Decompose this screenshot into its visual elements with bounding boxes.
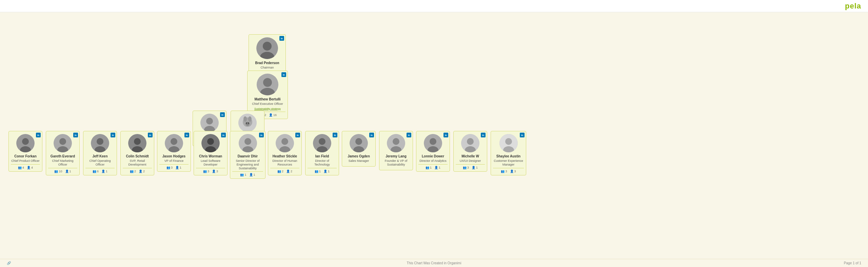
linkedin-icon[interactable]: in xyxy=(369,133,374,137)
title-gareth: Chief Marketing Officer xyxy=(48,159,77,167)
node-james[interactable]: in James Ogden Sales Manager xyxy=(342,131,376,167)
linkedin-icon[interactable]: in xyxy=(279,36,284,41)
svg-point-50 xyxy=(171,138,177,145)
avatar-james xyxy=(350,134,368,152)
linkedin-icon[interactable]: in xyxy=(220,112,225,117)
linkedin-icon[interactable]: in xyxy=(259,133,264,137)
svg-point-32 xyxy=(243,116,247,122)
name-lonnie: Lonnie Dower xyxy=(418,154,448,158)
chart-area: in Brad Pederson Chairman 👥53 👤1 in Matt… xyxy=(0,12,868,33)
footer-credit: This Chart Was Created in Organimi xyxy=(407,261,461,265)
header: pela xyxy=(0,0,868,12)
avatar-alyssa xyxy=(200,114,219,132)
linkedin-icon[interactable]: in xyxy=(184,133,189,137)
avatar-jeremy xyxy=(387,134,405,152)
node-colin[interactable]: in Colin Schmidt SVP, Retail Development… xyxy=(120,131,154,175)
stats-colin: 👥2 👤2 xyxy=(123,168,152,173)
name-daanvir: Daanvir Dhir xyxy=(232,154,263,158)
svg-point-36 xyxy=(248,122,249,124)
avatar-kona xyxy=(238,114,257,132)
svg-point-44 xyxy=(97,138,103,145)
stats-chris: 👥3 👤3 xyxy=(196,168,225,173)
title-chris: Lead Software Developer xyxy=(196,159,225,167)
avatar-colin xyxy=(128,134,146,152)
node-lonnie[interactable]: in Lonnie Dower Director of Analytics 👥1… xyxy=(416,131,450,172)
svg-point-28 xyxy=(206,118,213,125)
title-brad: Chairman xyxy=(251,66,283,70)
avatar-gareth xyxy=(54,134,72,152)
avatar-matthew xyxy=(257,74,278,95)
linkedin-icon[interactable]: in xyxy=(111,133,115,137)
svg-point-38 xyxy=(22,138,29,145)
name-heather: Heather Stickle xyxy=(270,154,299,158)
node-daanvir[interactable]: in Daanvir Dhir Senior Director of Engin… xyxy=(230,131,265,179)
node-jason[interactable]: in Jason Hodges VP of Finance 👥3 👤1 xyxy=(157,131,191,172)
node-heather[interactable]: in Heather Stickle Director of Human Res… xyxy=(268,131,302,175)
node-conor[interactable]: in Conor Forkan Chief Product Officer 👥4… xyxy=(8,131,42,172)
page-info: Page 1 of 1 xyxy=(844,261,861,265)
name-jeremy: Jeremy Lang xyxy=(381,154,411,158)
linkedin-icon[interactable]: in xyxy=(407,133,411,137)
avatar-jason xyxy=(165,134,183,152)
stats-lonnie: 👥1 👤1 xyxy=(418,164,448,169)
title-ian: Director of Technology xyxy=(308,159,337,167)
title-jason: VP of Finance xyxy=(159,159,189,163)
linkedin-icon[interactable]: in xyxy=(281,72,286,77)
node-jeff[interactable]: in Jeff Keen Chief Operating Officer 👥6 … xyxy=(83,131,117,175)
name-jason: Jason Hodges xyxy=(159,154,189,158)
svg-point-68 xyxy=(393,138,399,145)
svg-point-59 xyxy=(281,138,288,145)
linkedin-icon[interactable]: in xyxy=(520,133,525,137)
logo: pela xyxy=(845,2,861,11)
name-conor: Conor Forkan xyxy=(11,154,40,158)
svg-point-71 xyxy=(430,138,436,145)
svg-point-62 xyxy=(319,138,326,145)
title-lonnie: Director of Analytics xyxy=(418,159,448,163)
linkedin-icon[interactable]: in xyxy=(36,133,41,137)
name-chris: Chris Worman xyxy=(196,154,225,158)
stats-ian: 👥1 👤1 xyxy=(308,168,337,173)
title-daanvir: Senior Director of Engineering and Susta… xyxy=(232,159,263,170)
stats-gareth: 👥10 👤1 xyxy=(48,168,77,173)
avatar-heather xyxy=(276,134,294,152)
avatar-michelle xyxy=(461,134,479,152)
title-jeff: Chief Operating Officer xyxy=(85,159,115,167)
stats-shaylee: 👥3 👤3 xyxy=(493,168,524,173)
footer: 🔗 This Chart Was Created in Organimi Pag… xyxy=(0,259,868,267)
linkedin-icon[interactable]: in xyxy=(333,133,337,137)
linkedin-icon[interactable]: in xyxy=(221,133,226,137)
node-michelle[interactable]: in Michelle W UX/UI Designer 👥3 👤1 xyxy=(453,131,487,172)
svg-point-25 xyxy=(263,78,272,87)
name-michelle: Michelle W xyxy=(456,154,485,158)
name-gareth: Gareth Everard xyxy=(48,154,77,158)
node-gareth[interactable]: in Gareth Everard Chief Marketing Office… xyxy=(46,131,80,175)
node-shaylee[interactable]: in Shaylee Austin Customer Experience Ma… xyxy=(491,131,526,175)
organimi-icon: 🔗 xyxy=(7,261,11,265)
svg-point-56 xyxy=(244,138,251,145)
linkedin-icon[interactable]: in xyxy=(443,133,448,137)
svg-point-33 xyxy=(248,116,252,122)
svg-point-74 xyxy=(467,138,474,145)
stats-jeff: 👥6 👤1 xyxy=(85,168,115,173)
stats-heather: 👥2 👤2 xyxy=(270,168,299,173)
node-jeremy[interactable]: in Jeremy Lang Founder & VP of Sustainab… xyxy=(379,131,413,170)
node-chris[interactable]: in Chris Worman Lead Software Developer … xyxy=(194,131,228,175)
linkedin-icon[interactable]: in xyxy=(73,133,78,137)
linkedin-icon[interactable]: in xyxy=(481,133,486,137)
svg-point-34 xyxy=(245,122,250,126)
linkedin-icon[interactable]: in xyxy=(148,133,153,137)
avatar-conor xyxy=(16,134,35,152)
avatar-jeff xyxy=(91,134,109,152)
name-james: James Ogden xyxy=(344,154,373,158)
name-ian: Ian Field xyxy=(308,154,337,158)
avatar-ian xyxy=(313,134,331,152)
name-matthew: Matthew Bertulli xyxy=(250,97,285,101)
avatar-chris xyxy=(201,134,220,152)
stats-michelle: 👥3 👤1 xyxy=(456,164,485,169)
node-ian[interactable]: in Ian Field Director of Technology 👥1 👤… xyxy=(305,131,339,175)
link-matthew[interactable]: Sustainability strategy xyxy=(250,107,285,110)
title-matthew: Chief Executive Officer xyxy=(250,102,285,106)
name-colin: Colin Schmidt xyxy=(123,154,152,158)
svg-point-47 xyxy=(134,138,141,145)
linkedin-icon[interactable]: in xyxy=(295,133,300,137)
